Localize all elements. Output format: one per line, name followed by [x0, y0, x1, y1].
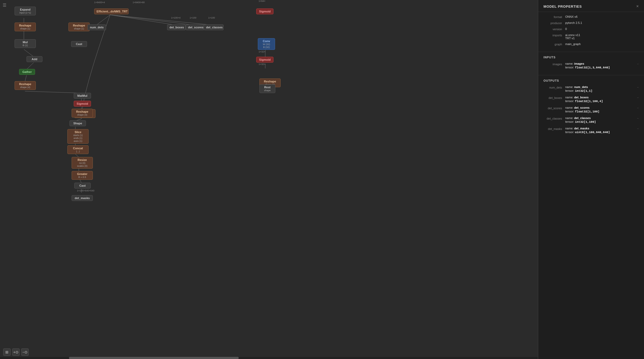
- list-view-button[interactable]: ⊞: [3, 348, 11, 356]
- svg-line-2: [24, 49, 34, 57]
- node-expand[interactable]: Expand input (1+1): [15, 7, 36, 15]
- node-mul[interactable]: Mul B (1): [15, 39, 36, 48]
- input-images: images name: images tensor: float32[1,3,…: [543, 62, 639, 69]
- node-reshape3[interactable]: Reshape shape (1): [68, 23, 90, 31]
- version-key: version: [543, 27, 562, 31]
- imports-row: imports ai.onnx v11 TRT v1: [543, 33, 639, 40]
- node-conv[interactable]: Conv W (32) B (32): [258, 38, 275, 50]
- graph-key: graph: [543, 42, 562, 46]
- node-sigmoid1[interactable]: Sigmoid: [256, 8, 273, 14]
- node-greater[interactable]: Greater B = 0.5: [72, 171, 93, 180]
- svg-line-4: [25, 75, 27, 82]
- panel-title: MODEL PROPERTIES: [543, 5, 582, 8]
- node-efficient-nms[interactable]: Efficient...dxNMS_TRT: [94, 8, 129, 14]
- node-reshape1[interactable]: Reshape shape (1): [15, 23, 36, 31]
- node-gather[interactable]: Gather: [19, 69, 35, 75]
- svg-text:1×100: 1×100: [208, 16, 215, 19]
- svg-text:1×8400×80: 1×8400×80: [133, 1, 145, 4]
- bottom-toolbar: ⊞ +⊙ −⊙: [3, 348, 29, 356]
- svg-text:1×100×4: 1×100×4: [171, 16, 181, 19]
- zoom-out-button[interactable]: −⊙: [21, 348, 29, 356]
- node-det-boxes[interactable]: det_boxes: [167, 24, 186, 30]
- graph-val: main_graph: [565, 42, 581, 46]
- svg-line-3: [27, 63, 34, 69]
- svg-line-6: [97, 15, 110, 25]
- output-det-masks-expand[interactable]: −: [637, 127, 639, 130]
- model-properties-panel: MODEL PROPERTIES × format ONNX v6 produc…: [538, 0, 644, 359]
- format-key: format: [543, 15, 562, 19]
- svg-text:1×32×: 1×32×: [259, 63, 266, 65]
- node-sigmoid3[interactable]: Sigmoid: [74, 101, 91, 107]
- version-val: 0: [565, 27, 567, 30]
- node-resize[interactable]: Resize roi (0) scales (0): [72, 157, 93, 169]
- svg-line-7: [110, 15, 175, 25]
- svg-line-5: [25, 91, 81, 93]
- output-num-dets-expand[interactable]: −: [637, 85, 639, 89]
- scrollbar-thumb[interactable]: [69, 357, 239, 359]
- imports-key: imports: [543, 33, 562, 37]
- format-row: format ONNX v6: [543, 15, 639, 19]
- producer-row: producer pytorch 2.5.1: [543, 21, 639, 25]
- node-concat[interactable]: Concat (...): [67, 145, 89, 154]
- outputs-title: OUTPUTS: [543, 79, 639, 82]
- zoom-in-button[interactable]: +⊙: [12, 348, 20, 356]
- node-rest[interactable]: Rest shape: [259, 84, 275, 93]
- output-det-boxes-expand[interactable]: −: [637, 96, 639, 99]
- node-det-masks[interactable]: det_masks: [72, 195, 93, 201]
- output-num-dets: num_dets name: num_dets tensor: int32[1,…: [543, 85, 639, 93]
- node-add[interactable]: Add: [27, 56, 42, 62]
- panel-header: MODEL PROPERTIES ×: [538, 0, 644, 12]
- node-reshape2[interactable]: Reshape shape (4): [15, 81, 36, 90]
- node-shape[interactable]: Shape: [69, 120, 86, 126]
- output-det-boxes: det_boxes name: det_boxes tensor: float3…: [543, 96, 639, 103]
- svg-line-9: [110, 15, 211, 25]
- node-det-classes[interactable]: det_classes: [204, 24, 224, 30]
- node-num-dets[interactable]: num_dets: [88, 24, 106, 30]
- node-matmul[interactable]: MatMul: [74, 93, 91, 99]
- output-det-classes-expand[interactable]: −: [637, 116, 639, 120]
- menu-icon[interactable]: ☰: [3, 3, 6, 8]
- producer-key: producer: [543, 21, 562, 25]
- panel-close-button[interactable]: ×: [636, 4, 639, 8]
- node-sigmoid2[interactable]: Sigmoid: [256, 57, 273, 63]
- node-reshape5[interactable]: Reshape shape (4): [72, 109, 93, 117]
- svg-text:1×8400×4: 1×8400×4: [94, 1, 105, 4]
- output-det-scores: det_scores name: det_scores tensor: floa…: [543, 106, 639, 113]
- output-det-scores-expand[interactable]: −: [637, 106, 639, 110]
- model-props-section: format ONNX v6 producer pytorch 2.5.1 ve…: [538, 12, 644, 52]
- inputs-title: INPUTS: [543, 56, 639, 59]
- svg-line-8: [110, 15, 193, 25]
- svg-text:1×100×640×640: 1×100×640×640: [77, 189, 94, 192]
- inputs-section: INPUTS images name: images tensor: float…: [538, 52, 644, 75]
- output-det-classes: det_classes name: det_classes tensor: in…: [543, 116, 639, 124]
- svg-text:1×64×: 1×64×: [259, 0, 266, 2]
- node-slice[interactable]: Slice starts (1) ends (1) axes (1): [67, 129, 89, 144]
- outputs-section: OUTPUTS num_dets name: num_dets tensor: …: [538, 75, 644, 140]
- node-cast1[interactable]: Cast: [71, 41, 87, 47]
- graph-row: graph main_graph: [543, 42, 639, 46]
- node-det-scores[interactable]: det_scores: [186, 24, 204, 30]
- input-images-key: images: [543, 62, 562, 66]
- node-cast2[interactable]: Cast: [74, 183, 91, 189]
- svg-text:1×100: 1×100: [190, 16, 196, 19]
- input-images-expand[interactable]: −: [637, 62, 639, 65]
- output-det-masks: det_masks name: det_masks tensor: uint8[…: [543, 127, 639, 134]
- graph-canvas[interactable]: ☰ 1×8400×4 1×8400×80 1×100×4 1×100 1×100…: [0, 0, 538, 359]
- imports-val: ai.onnx v11 TRT v1: [565, 33, 580, 40]
- version-row: version 0: [543, 27, 639, 31]
- svg-text:1×32×: 1×32×: [259, 50, 266, 53]
- format-val: ONNX v6: [565, 15, 577, 18]
- horizontal-scrollbar[interactable]: [0, 357, 538, 359]
- input-images-details: name: images tensor: float32[1,3,640,640…: [565, 62, 634, 69]
- producer-val: pytorch 2.5.1: [565, 21, 582, 24]
